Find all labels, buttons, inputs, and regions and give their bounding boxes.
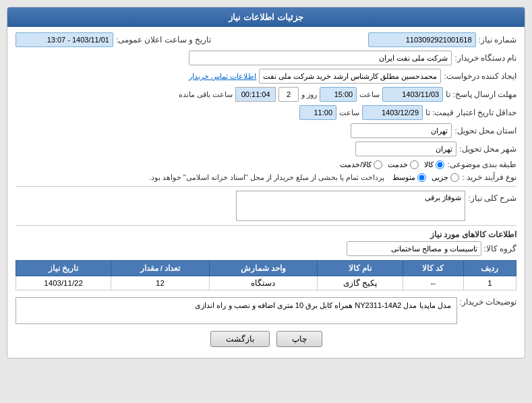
grohe-input[interactable] xyxy=(347,241,481,256)
tarikh-label: تاریخ و ساعت اعلان عمومی: xyxy=(116,35,211,44)
shomare-niaz-input[interactable] xyxy=(368,32,476,47)
cell-tarikh: 1403/11/22 xyxy=(16,276,111,290)
jadval-saat-input[interactable] xyxy=(299,105,336,120)
col-vahed: واحد شمارش xyxy=(209,261,318,276)
tabaghe-label: طبقه بندی موضوعی: xyxy=(447,160,516,169)
mohlat-label: مهلت ارسال پاسخ: تا xyxy=(446,90,516,99)
cell-tedad: 12 xyxy=(111,276,209,290)
jadval-label: حداقل تاریخ اعتبار قیمت: تا xyxy=(425,108,516,117)
col-radif: ردیف xyxy=(463,261,516,276)
tabaghe-kala-option[interactable]: کالا xyxy=(424,160,444,169)
row-jadval: حداقل تاریخ اعتبار قیمت: تا ساعت xyxy=(16,105,516,120)
page-title: جزئیات اطلاعات نیاز xyxy=(229,12,303,22)
grohe-label: گروه کالا: xyxy=(484,244,516,253)
ostan-input[interactable] xyxy=(351,123,452,138)
cell-kod: -- xyxy=(403,276,463,290)
page-header: جزئیات اطلاعات نیاز xyxy=(7,7,525,27)
tabaghe-khedmat-radio[interactable] xyxy=(410,160,419,169)
tabaghe-radio-group: کالا خدمت کالا/خدمت xyxy=(340,160,444,169)
nooe-note: پرداخت تمام یا بخشی از مبلغ خریدار از مح… xyxy=(149,173,385,182)
roz-label: روز و xyxy=(301,90,317,99)
mohlat-saat-input[interactable] xyxy=(320,87,357,102)
row-ostan: استان محل تحویل: xyxy=(16,123,516,138)
ostan-label: استان محل تحویل: xyxy=(454,126,516,135)
nooe-motevaset-option[interactable]: متوسط xyxy=(392,173,426,182)
row-shahr: شهر محل تحویل: xyxy=(16,142,516,156)
table-row: 1 -- پکیج گازی دستگاه 12 1403/11/22 xyxy=(16,276,516,290)
row-name-dastgah: نام دستگاه خریدار: xyxy=(16,51,516,65)
ettelaat-link[interactable]: اطلاعات تماس خریدار xyxy=(189,72,256,81)
nooe-motevaset-radio[interactable] xyxy=(417,173,426,182)
jadval-date-input[interactable] xyxy=(362,105,423,120)
tabaghe-kala-khedmat-radio[interactable] xyxy=(374,160,382,169)
row-nooe: نوع فرآیند خرید : جزیی متوسط پرداخت تمام… xyxy=(16,173,516,182)
description-box: مدل ماپدیا مدل NY2311-14A2 همراه کابل بر… xyxy=(16,297,457,324)
tarikh-input[interactable] xyxy=(16,32,113,47)
col-kod: کد کالا xyxy=(403,261,463,276)
mohlat-date-input[interactable] xyxy=(382,87,443,102)
divider-2 xyxy=(16,225,516,226)
row-description: توضیحات خریدار: مدل ماپدیا مدل NY2311-14… xyxy=(16,294,516,324)
items-table: ردیف کد کالا نام کالا واحد شمارش تعداد /… xyxy=(16,260,516,290)
row-grohe: گروه کالا: xyxy=(16,241,516,256)
jadval-saat-label: ساعت xyxy=(339,108,359,117)
nooe-label: نوع فرآیند خرید : xyxy=(462,173,516,182)
col-nam: نام کالا xyxy=(318,261,403,276)
chap-button[interactable]: چاپ xyxy=(276,331,322,347)
row-ijad: ایجاد کننده درخواست: اطلاعات تماس خریدار xyxy=(16,69,516,84)
bazgasht-button[interactable]: بازگشت xyxy=(210,331,270,347)
main-container: جزئیات اطلاعات نیاز شماره نیاز: تاریخ و … xyxy=(7,7,525,359)
row-sherh: شرح کلی نیاز: xyxy=(16,191,516,221)
name-dastgah-input[interactable] xyxy=(189,51,452,65)
shahr-label: شهر محل تحویل: xyxy=(459,144,516,154)
ijad-input[interactable] xyxy=(259,69,441,84)
col-tedad: تعداد / مقدار xyxy=(111,261,209,276)
saat-label: ساعت xyxy=(359,90,380,99)
ijad-label: ایجاد کننده درخواست: xyxy=(444,71,516,81)
name-dastgah-label: نام دستگاه خریدار: xyxy=(454,53,516,63)
col-tarikh: تاریخ نیاز xyxy=(16,261,111,276)
baqi-mande-label: ساعت باقی مانده xyxy=(179,90,233,99)
tabaghe-kala-radio[interactable] xyxy=(436,160,444,169)
mohlat-roz-input[interactable] xyxy=(278,87,299,102)
nooe-jozi-option[interactable]: جزیی xyxy=(432,173,459,182)
mohlat-timer: 00:11:04 xyxy=(235,87,276,102)
ettelaat-kala-title: اطلاعات کالاهای مورد نیاز xyxy=(16,230,516,239)
description-label: توضیحات خریدار: xyxy=(460,297,516,307)
sherh-label: شرح کلی نیاز: xyxy=(468,193,516,203)
tabaghe-khedmat-option[interactable]: خدمت xyxy=(388,160,419,169)
cell-nam: پکیج گازی xyxy=(318,276,403,290)
sherh-textarea[interactable] xyxy=(236,191,465,221)
cell-radif: 1 xyxy=(463,276,516,290)
nooe-jozi-radio[interactable] xyxy=(450,173,459,182)
cell-vahed: دستگاه xyxy=(209,276,318,290)
tabaghe-kala-khedmat-option[interactable]: کالا/خدمت xyxy=(340,160,382,169)
nooe-radio-group: جزیی متوسط xyxy=(392,173,459,182)
row-tabaghe: طبقه بندی موضوعی: کالا خدمت کالا/خدمت xyxy=(16,160,516,169)
divider-1 xyxy=(16,186,516,187)
shomare-niaz-label: شماره نیاز: xyxy=(479,35,516,44)
row-mohlat: مهلت ارسال پاسخ: تا ساعت روز و 00:11:04 … xyxy=(16,87,516,102)
shahr-input[interactable] xyxy=(355,142,456,156)
content-area: شماره نیاز: تاریخ و ساعت اعلان عمومی: نا… xyxy=(7,27,525,358)
row-shomare: شماره نیاز: تاریخ و ساعت اعلان عمومی: xyxy=(16,32,516,47)
button-row: چاپ بازگشت xyxy=(16,331,516,347)
